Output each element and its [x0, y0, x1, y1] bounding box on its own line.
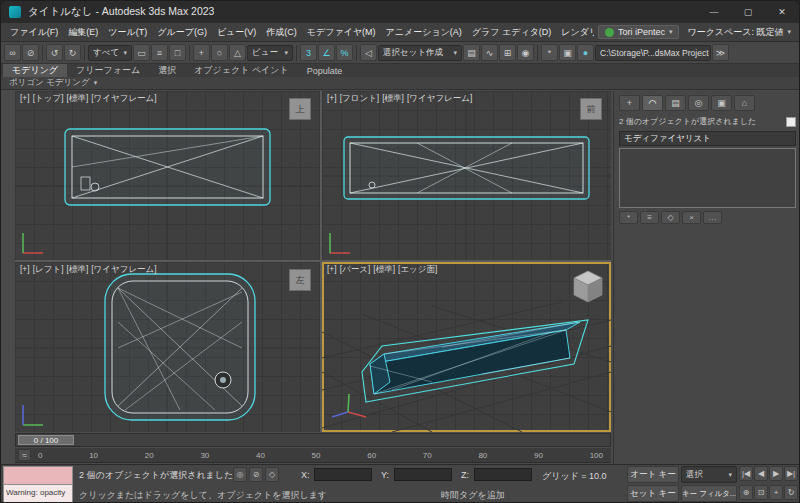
unlink-selection-icon[interactable]: ⊘ — [22, 44, 39, 61]
schematic-view-icon[interactable]: ⊞ — [499, 44, 516, 61]
viewport-style-button[interactable]: [ワイヤフレーム] — [91, 264, 156, 276]
time-slider[interactable]: 0 / 100 — [15, 433, 611, 447]
viewport-left[interactable]: [+] [レフト] [標準] [ワイヤフレーム] 左 — [15, 262, 320, 432]
modifier-stack-list[interactable] — [619, 148, 796, 208]
isolate-selection-toggle[interactable]: ◎ — [233, 467, 247, 482]
y-coordinate-input[interactable] — [394, 468, 452, 481]
menu-item[interactable]: アニメーション(A) — [381, 24, 467, 41]
go-to-end-button[interactable]: ▶| — [784, 466, 798, 481]
viewport-view-button[interactable]: [パース] — [340, 264, 371, 276]
set-key-button[interactable]: セット キー — [627, 485, 679, 502]
angle-snap-icon[interactable]: ∠ — [318, 44, 335, 61]
close-button[interactable]: ✕ — [765, 1, 799, 23]
modifier-list-dropdown[interactable]: モディファイヤリスト — [619, 131, 796, 146]
key-filters-button[interactable]: キー フィルタ... — [681, 485, 737, 502]
menu-item[interactable]: ファイル(F) — [5, 24, 63, 41]
zoom-extents-icon[interactable]: ⊡ — [754, 485, 768, 500]
menu-item[interactable]: ビュー(V) — [212, 24, 261, 41]
menu-item[interactable]: 作成(C) — [261, 24, 302, 41]
viewport-view-button[interactable]: [トップ] — [33, 93, 64, 105]
redo-icon[interactable]: ↻ — [64, 44, 81, 61]
select-and-link-icon[interactable]: ∞ — [4, 44, 21, 61]
viewport-menu-button[interactable]: [+] — [327, 93, 337, 105]
viewcube[interactable]: 左 — [289, 269, 311, 291]
remove-modifier-button[interactable]: × — [682, 211, 701, 224]
object-color-swatch[interactable] — [786, 117, 796, 127]
workspace-selector[interactable]: ワークスペース: 既定値 ▾ — [683, 25, 795, 40]
viewcube[interactable]: 上 — [289, 98, 311, 120]
auto-key-button[interactable]: オート キー — [627, 466, 679, 483]
render-icon[interactable]: ● — [577, 44, 594, 61]
listener-line[interactable]: Warning: opacity — [3, 485, 73, 503]
material-editor-icon[interactable]: ◉ — [517, 44, 534, 61]
selection-lock-toggle[interactable]: ⊘ — [249, 467, 263, 482]
viewcube[interactable]: 前 — [580, 98, 602, 120]
ribbon-tab[interactable]: オブジェクト ペイント — [185, 64, 298, 77]
ribbon-tab[interactable]: 選択 — [149, 64, 185, 77]
maximize-button[interactable]: ▢ — [731, 1, 765, 23]
named-selection-sets-field[interactable]: 選択セット作成▾ — [378, 45, 462, 61]
render-setup-icon[interactable]: * — [541, 44, 558, 61]
modify-tab[interactable]: ◠ — [642, 95, 663, 111]
viewport-shading-button[interactable]: [標準] — [382, 93, 404, 105]
select-object-icon[interactable]: ▭ — [133, 44, 150, 61]
curve-editor-icon[interactable]: ∿ — [481, 44, 498, 61]
mini-curve-editor-button[interactable]: ≈ — [18, 449, 31, 461]
display-tab[interactable]: ▣ — [711, 95, 732, 111]
snaps-toggle-icon[interactable]: 3 — [300, 44, 317, 61]
add-time-tag-button[interactable]: 時間タグを追加 — [441, 489, 505, 502]
menu-item[interactable]: 編集(E) — [63, 24, 103, 41]
selected-set-dropdown[interactable]: 選択 ▾ — [681, 466, 737, 483]
select-and-move-icon[interactable]: + — [193, 44, 210, 61]
pan-icon[interactable]: + — [769, 485, 783, 500]
select-by-name-icon[interactable]: ≡ — [151, 44, 168, 61]
utilities-tab[interactable]: ⌂ — [734, 95, 755, 111]
viewport-front[interactable]: [+] [フロント] [標準] [ワイヤフレーム] 前 — [322, 91, 611, 260]
zoom-icon[interactable]: ⊕ — [739, 485, 753, 500]
select-and-rotate-icon[interactable]: ○ — [211, 44, 228, 61]
pin-stack-button[interactable]: * — [619, 211, 638, 224]
ribbon-tab[interactable]: Populate — [298, 64, 352, 77]
ribbon-tab[interactable]: フリーフォーム — [67, 64, 149, 77]
maxscript-mini-listener[interactable]: Warning: opacity — [3, 466, 73, 503]
z-coordinate-input[interactable] — [474, 468, 532, 481]
x-coordinate-input[interactable] — [314, 468, 372, 481]
macro-recorder-line[interactable] — [3, 466, 73, 485]
configure-modifier-sets-button[interactable]: … — [703, 211, 722, 224]
viewport-menu-button[interactable]: [+] — [327, 264, 337, 276]
hierarchy-tab[interactable]: ▤ — [665, 95, 686, 111]
rendered-frame-window-icon[interactable]: ▣ — [559, 44, 576, 61]
time-slider-handle[interactable]: 0 / 100 — [18, 435, 74, 445]
track-bar[interactable]: ≈ 0102030405060708090100 — [15, 448, 611, 463]
offset-mode-toggle[interactable]: ◇ — [265, 467, 279, 482]
menu-item[interactable]: レンダリング(R) — [556, 24, 594, 41]
toolbar-overflow-icon[interactable]: ≫ — [712, 44, 729, 61]
project-folder-dropdown[interactable]: C:\Storage\P...dsMax Project▾ — [595, 45, 711, 61]
menu-item[interactable]: ツール(T) — [103, 24, 152, 41]
viewport-menu-button[interactable]: [+] — [20, 93, 30, 105]
make-unique-button[interactable]: ◇ — [661, 211, 680, 224]
ribbon-tab[interactable]: モデリング — [3, 64, 67, 77]
user-account-button[interactable]: Tori iPentec ▾ — [598, 25, 680, 39]
viewport-view-button[interactable]: [フロント] — [340, 93, 380, 105]
minimize-button[interactable]: — — [697, 1, 731, 23]
viewport-top[interactable]: [+] [トップ] [標準] [ワイヤフレーム] 上 — [15, 91, 320, 260]
motion-tab[interactable]: ◎ — [688, 95, 709, 111]
ribbon-panel-polygon-modeling[interactable]: ポリゴン モデリング ▾ — [1, 77, 799, 90]
selection-filter-dropdown[interactable]: すべて▾ — [88, 45, 132, 61]
orbit-icon[interactable]: ↻ — [784, 485, 798, 500]
previous-frame-button[interactable]: ◀ — [754, 466, 768, 481]
go-to-start-button[interactable]: |◀ — [739, 466, 753, 481]
viewport-shading-button[interactable]: [標準] — [373, 264, 395, 276]
selection-region-icon[interactable]: □ — [169, 44, 186, 61]
viewport-view-button[interactable]: [レフト] — [33, 264, 64, 276]
viewport-perspective[interactable]: [+] [パース] [標準] [エッジ面] — [322, 262, 611, 432]
viewport-style-button[interactable]: [エッジ面] — [398, 264, 437, 276]
show-end-result-button[interactable]: ≡ — [640, 211, 659, 224]
viewport-shading-button[interactable]: [標準] — [67, 264, 89, 276]
viewport-style-button[interactable]: [ワイヤフレーム] — [407, 93, 472, 105]
viewport-shading-button[interactable]: [標準] — [67, 93, 89, 105]
create-tab[interactable]: + — [619, 95, 640, 111]
menu-item[interactable]: モデファイヤ(M) — [302, 24, 381, 41]
mirror-icon[interactable]: ◁ — [360, 44, 377, 61]
